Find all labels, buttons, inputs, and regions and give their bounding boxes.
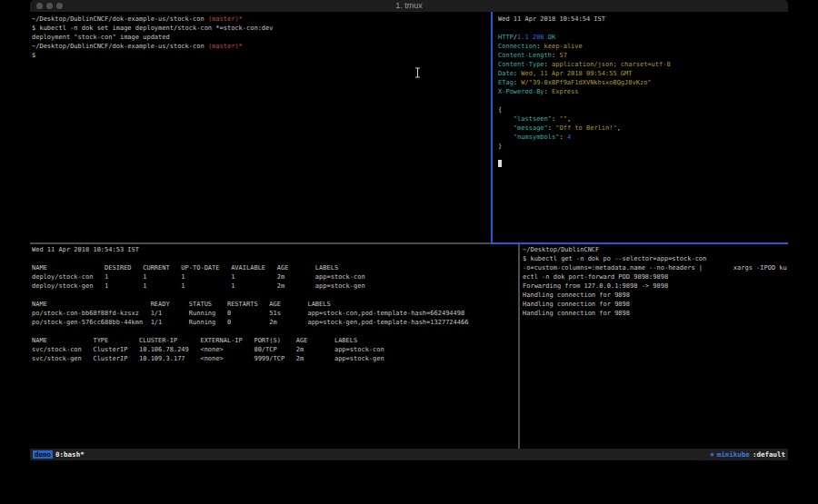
terminal-text: NAME READY STATUS RESTARTS AGE LABELS — [32, 301, 331, 308]
terminal-text: (master)* — [208, 43, 243, 50]
kubernetes-helm-icon: ⎈ — [710, 450, 714, 459]
terminal-line — [498, 151, 787, 160]
pane-kubectl-get[interactable]: Wed 11 Apr 2018 10:54:53 ISTNAME DESIRED… — [32, 245, 516, 448]
terminal-line: ~/Desktop/DublinCNCF — [523, 245, 787, 254]
terminal-line — [498, 160, 787, 169]
terminal-text — [498, 133, 514, 141]
terminal-text: Handling connection for 9898 — [523, 292, 630, 299]
terminal-line: ~/Desktop/DublinCNCF/dok-example-us/stoc… — [32, 42, 490, 51]
kube-context-name: minikube — [717, 450, 750, 459]
terminal-text: Wed 11 Apr 2018 10:54:53 IST — [32, 246, 139, 253]
pane-shell-set-image[interactable]: ~/Desktop/DublinCNCF/dok-example-us/stoc… — [32, 15, 490, 242]
terminal-line: "lastseen": "", — [498, 114, 787, 124]
terminal-text: 57 — [559, 52, 566, 59]
terminal-line: NAME DESIRED CURRENT UP-TO-DATE AVAILABL… — [32, 263, 516, 272]
terminal-text: HTTP — [498, 34, 514, 41]
terminal-text: ~/Desktop/DublinCNCF/dok-example-us/stoc… — [32, 43, 208, 50]
mouse-ibeam-cursor — [414, 64, 421, 82]
terminal-text: Date — [498, 70, 514, 77]
terminal-line: $ kubectl get -n dok po --selector=app=s… — [523, 254, 787, 263]
pane-divider-horizontal-active — [491, 242, 788, 244]
terminal-line: $ kubectl -n dok set image deployment/st… — [32, 24, 490, 33]
terminal-text: : — [544, 61, 552, 68]
terminal-text: po/stock-gen-576cc688bb-44kmn 1/1 Runnin… — [32, 319, 468, 326]
terminal-line: deploy/stock-gen 1 1 1 1 2m app=stock-ge… — [32, 282, 516, 291]
terminal-text: "message" — [514, 124, 548, 132]
terminal-line — [498, 96, 787, 105]
terminal-text: $ — [32, 52, 35, 59]
terminal-window: 1. tmux ~/Desktop/DublinCNCF/dok-example… — [30, 0, 788, 460]
terminal-line: ~/Desktop/DublinCNCF/dok-example-us/stoc… — [32, 15, 490, 24]
terminal-text: Content-Type — [498, 61, 544, 68]
terminal-line — [32, 254, 516, 263]
terminal-text: $ kubectl -n dok set image deployment/st… — [32, 25, 274, 32]
terminal-line: -o=custom-columns=:metadata.name --no-he… — [523, 263, 787, 272]
terminal-text: W/"39-0xBPf9aF1dXVNkhsxoBQgJ8vKzo" — [521, 79, 651, 86]
terminal-text: Handling connection for 9898 — [523, 310, 630, 317]
terminal-line: NAME READY STATUS RESTARTS AGE LABELS — [32, 300, 516, 309]
terminal-line: Date: Wed, 11 Apr 2018 09:54:55 GMT — [498, 69, 787, 78]
terminal-line: deploy/stock-con 1 1 1 1 2m app=stock-co… — [32, 272, 516, 282]
terminal-text: Forwarding from 127.0.0.1:9898 -> 9898 — [523, 282, 668, 290]
terminal-line: svc/stock-con ClusterIP 10.106.78.249 <n… — [32, 345, 516, 354]
terminal-text — [498, 124, 514, 132]
terminal-line: po/stock-gen-576cc688bb-44kmn 1/1 Runnin… — [32, 318, 516, 327]
pane-http-response[interactable]: Wed 11 Apr 2018 10:54:54 ISTHTTP/1.1 200… — [498, 15, 787, 242]
terminal-line: X-Powered-By: Express — [498, 87, 787, 96]
terminal-line: Wed 11 Apr 2018 10:54:54 IST — [498, 15, 787, 24]
terminal-text: ETag — [498, 79, 514, 86]
pane-port-forward[interactable]: ~/Desktop/DublinCNCF$ kubectl get -n dok… — [523, 245, 787, 448]
terminal-line: po/stock-con-bb68f88fd-kzsxz 1/1 Running… — [32, 309, 516, 318]
terminal-text: X-Powered-By — [498, 88, 544, 95]
terminal-text: Handling connection for 9898 — [523, 301, 630, 308]
terminal-text: "Off to Berlin!" — [555, 124, 616, 132]
terminal-line: deployment "stock-con" image updated — [32, 33, 490, 42]
terminal-line: Wed 11 Apr 2018 10:54:53 IST — [32, 245, 516, 254]
terminal-line: ectl -n dok port-forward POD 9898:9898 — [523, 272, 787, 282]
terminal-text: ectl -n dok port-forward POD 9898:9898 — [523, 273, 668, 281]
terminal-text: (master)* — [208, 15, 243, 23]
tmux-status-bar: demo 0:bash* ⎈ minikube:default — [30, 449, 788, 460]
terminal-text: 4 — [567, 133, 571, 141]
terminal-text: -o=custom-columns=:metadata.name --no-he… — [523, 264, 787, 272]
terminal-line: NAME TYPE CLUSTER-IP EXTERNAL-IP PORT(S)… — [32, 336, 516, 345]
terminal-line — [498, 24, 787, 33]
terminal-line: Content-Type: application/json; charset=… — [498, 60, 787, 69]
window-tab-bash[interactable]: 0:bash* — [55, 450, 85, 459]
terminal-text: 1.1 200 — [517, 34, 544, 41]
terminal-line: "numsymbols": 4 — [498, 133, 787, 142]
terminal-text: svc/stock-con ClusterIP 10.106.78.249 <n… — [32, 346, 384, 353]
terminal-text: OK — [544, 34, 556, 41]
terminal-line: ETag: W/"39-0xBPf9aF1dXVNkhsxoBQgJ8vKzo" — [498, 78, 787, 87]
status-right: ⎈ minikube:default — [710, 450, 785, 459]
terminal-text: { — [498, 106, 502, 114]
terminal-line: svc/stock-gen ClusterIP 10.109.3.177 <no… — [32, 354, 516, 363]
desktop-background: 1. tmux ~/Desktop/DublinCNCF/dok-example… — [0, 0, 818, 504]
terminal-text: : — [559, 133, 566, 141]
window-titlebar: 1. tmux — [30, 0, 788, 13]
terminal-text — [498, 115, 514, 123]
terminal-line: "message": "Off to Berlin!", — [498, 124, 787, 133]
terminal-text: Wed 11 Apr 2018 10:54:54 IST — [498, 15, 605, 23]
terminal-text: : — [544, 88, 552, 95]
terminal-text: "" — [559, 115, 566, 123]
terminal-text: Wed, 11 Apr 2018 09:54:55 GMT — [521, 70, 632, 77]
terminal-text: svc/stock-gen ClusterIP 10.109.3.177 <no… — [32, 355, 384, 362]
terminal-text: deploy/stock-con 1 1 1 1 2m app=stock-co… — [32, 273, 365, 281]
terminal-text: Content-Length — [498, 52, 552, 59]
status-left: demo 0:bash* — [33, 450, 85, 459]
pane-divider-horizontal-inactive — [30, 242, 491, 244]
terminal-text: "lastseen" — [514, 115, 552, 123]
terminal-line: Handling connection for 9898 — [523, 300, 787, 309]
terminal-text: , — [567, 115, 571, 123]
terminal-text: : — [548, 124, 555, 132]
terminal-line: Content-Length: 57 — [498, 51, 787, 60]
terminal-text: "numsymbols" — [514, 133, 560, 141]
terminal-text: } — [498, 143, 502, 150]
terminal-text: $ kubectl get -n dok po --selector=app=s… — [523, 255, 706, 262]
terminal-text: NAME DESIRED CURRENT UP-TO-DATE AVAILABL… — [32, 264, 338, 272]
terminal-text: ~/Desktop/DublinCNCF — [523, 246, 599, 253]
pane-divider-vertical-active — [491, 12, 493, 243]
window-title: 1. tmux — [30, 1, 788, 10]
terminal-text: : — [536, 43, 544, 50]
